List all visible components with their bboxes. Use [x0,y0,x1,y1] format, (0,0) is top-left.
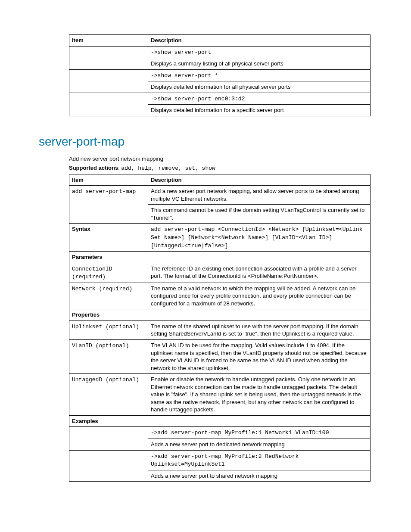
col-header-item: Item [69,35,148,47]
param-name: Network (required) [72,286,132,292]
command-name: add server-port-map [72,188,136,195]
param-name: ConnectionID (required) [72,266,112,280]
description-cell: Displays detailed information for a spec… [148,105,371,116]
table-row: Parameters [69,252,371,263]
table-row: VLanID (optional) The VLAN ID to be used… [69,340,371,374]
col-header-item: Item [69,174,148,186]
table-row: add server-port-map Add a new server por… [69,186,371,205]
code-snippet: ->show server-port [151,49,211,56]
syntax-code: add server-port-map <ConnectionId> <Netw… [151,226,362,249]
property-name: VLanID (optional) [72,342,129,349]
table-row: ->show server-port * [69,69,371,81]
example-code: ->add server-port-map MyProfile:2 RedNet… [151,453,299,468]
table-row: Properties [69,309,371,321]
property-name: UntaggedD (optional) [72,376,139,383]
table-row: ->show server-port [69,46,371,58]
examples-label: Examples [69,415,148,427]
property-description: The name of the shared uplinkset to use … [148,320,371,339]
table-row: UntaggedD (optional) Enable or disable t… [69,374,371,416]
supported-actions-values: add, help, remove, set, show [121,165,215,171]
command-reference-table: Item Description add server-port-map Add… [69,174,371,482]
example-description: Adds a new server port to shared network… [148,470,371,482]
table-row: Uplinkset (optional) The name of the sha… [69,320,371,339]
property-description: Enable or disable the network to handle … [148,374,371,416]
col-header-description: Description [148,35,371,47]
table-row: ->show server-port enc0:3:d2 [69,93,371,105]
description-cell: Displays a summary listing of all physic… [148,58,371,70]
supported-actions-label: Supported actions [69,165,118,171]
table-row: Network (required) The name of a valid n… [69,283,371,309]
table-row: ->add server-port-map MyProfile:1 Networ… [69,427,371,439]
syntax-label: Syntax [69,224,148,252]
param-description: The reference ID an existing enet-connec… [148,263,371,283]
table-row: ConnectionID (required) The reference ID… [69,263,371,283]
code-snippet: ->show server-port enc0:3:d2 [151,96,245,102]
property-description: The VLAN ID to be used for the mapping. … [148,340,371,374]
table-row: Examples [69,415,371,427]
example-code: ->add server-port-map MyProfile:1 Networ… [151,429,329,436]
section-intro: Add new server port network mapping [69,155,372,163]
example-description: Adds a new server port to dedicated netw… [148,439,371,451]
code-snippet: ->show server-port * [151,72,218,79]
description-cell: Add a new server port network mapping, a… [148,186,371,205]
examples-table-server-port: Item Description ->show server-port Disp… [69,34,371,116]
description-cell: This command cannot be used if the domai… [148,205,371,224]
section-heading: server-port-map [39,134,372,150]
parameters-label: Parameters [69,252,148,263]
description-cell: Displays detailed information for all ph… [148,81,371,93]
supported-actions-line: Supported actions: add, help, remove, se… [69,164,372,172]
properties-label: Properties [69,309,148,321]
table-row: Syntax add server-port-map <ConnectionId… [69,224,371,252]
property-name: Uplinkset (optional) [72,324,139,330]
param-description: The name of a valid network to which the… [148,283,371,309]
table-row: ->add server-port-map MyProfile:2 RedNet… [69,450,371,470]
col-header-description: Description [148,174,371,186]
